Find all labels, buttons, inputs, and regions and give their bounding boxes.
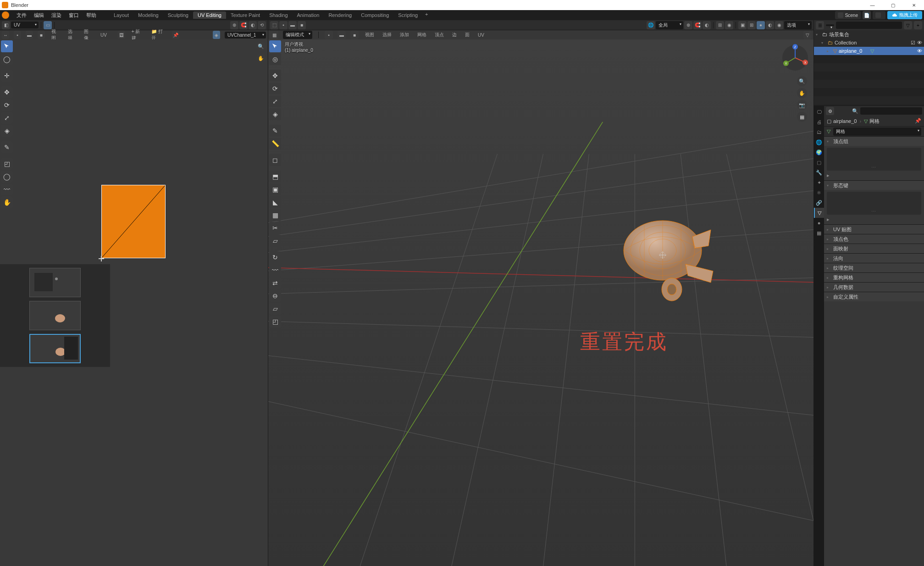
vp-pan-button[interactable]: ✋ — [797, 88, 807, 98]
tool-rotate[interactable]: ⟳ — [1, 99, 13, 111]
vtool-polybuild[interactable]: ▱ — [269, 235, 281, 247]
minimize-button[interactable]: — — [862, 0, 883, 10]
uv-face-mode[interactable]: ■ — [38, 31, 45, 39]
properties-editor-type[interactable]: ⚙ — [826, 107, 834, 115]
tool-move[interactable]: ✥ — [1, 86, 13, 98]
tool-scale[interactable]: ⤢ — [1, 112, 13, 124]
uv-island[interactable] — [101, 185, 166, 258]
vp-xray-toggle[interactable]: ▣ — [738, 21, 747, 29]
outliner-tree[interactable]: ▾ 🗀 场景集合 ▾ 🗀 Collection ☑ 👁 ▸ ▽ airplane… — [814, 30, 924, 105]
menu-edit[interactable]: 编辑 — [30, 11, 48, 20]
section-header-texture-space[interactable]: ▸纹理空间 — [824, 263, 924, 272]
section-header-vertex-groups[interactable]: ▾顶点组 — [824, 137, 924, 146]
vtool-transform[interactable]: ◈ — [269, 108, 281, 120]
vp-shade-material[interactable]: ◐ — [766, 21, 774, 29]
uv-select-button[interactable]: ▭ — [44, 21, 52, 29]
history-thumbnail-1[interactable] — [29, 268, 81, 297]
menu-file[interactable]: 文件 — [13, 11, 30, 20]
vp-zoom-button[interactable]: 🔍 — [797, 76, 807, 86]
vtool-extrude[interactable]: ⬒ — [269, 171, 281, 183]
collection-checkbox[interactable]: ☑ — [911, 40, 915, 46]
vp-menu-add[interactable]: 添加 — [398, 32, 411, 38]
vtool-annotate[interactable]: ✎ — [269, 125, 281, 137]
vtool-move[interactable]: ✥ — [269, 70, 281, 82]
maximize-button[interactable]: ▢ — [883, 0, 903, 10]
uv-menu-uv[interactable]: UV — [99, 33, 109, 38]
workspace-rendering[interactable]: Rendering — [324, 11, 356, 19]
vp-mode-icon[interactable]: ▦ — [270, 31, 278, 39]
viewport-canvas[interactable]: ◎ ✥ ⟳ ⤢ ◈ ✎ 📏 ◻ ⬒ ▣ ◣ ▦ ✂ ▱ ↻ 〰 — [268, 39, 813, 566]
vp-options-dropdown[interactable]: 选项 — [784, 21, 812, 29]
workspace-modeling[interactable]: Modeling — [133, 11, 163, 19]
vp-snap-button[interactable]: 🧲 — [693, 21, 702, 29]
tool-annotate[interactable]: ✎ — [1, 141, 13, 153]
uvmap-icon[interactable]: ◈ — [213, 31, 220, 39]
vp-menu-mesh[interactable]: 网格 — [415, 32, 428, 38]
scene-selector[interactable]: Scene — [835, 11, 861, 19]
workspace-shading[interactable]: Shading — [265, 11, 292, 19]
vtool-smooth[interactable]: 〰 — [269, 264, 281, 276]
tool-grab[interactable]: ◯ — [1, 171, 13, 183]
vp-mode-edge[interactable]: ▬ — [288, 21, 297, 29]
vtool-spin[interactable]: ↻ — [269, 251, 281, 263]
mesh-name-field[interactable]: 网格 — [833, 128, 921, 136]
ptab-modifier[interactable]: 🔧 — [814, 167, 824, 178]
vp-falloff-button[interactable]: ◐ — [703, 21, 711, 29]
vtool-shear[interactable]: ▱ — [269, 303, 281, 315]
ptab-material[interactable]: ● — [814, 218, 824, 228]
history-thumbnail-2[interactable] — [29, 301, 81, 330]
viewlayer-selector[interactable] — [873, 11, 885, 19]
vp-menu-face[interactable]: 面 — [463, 32, 471, 38]
workspace-compositing[interactable]: Compositing — [356, 11, 393, 19]
vp-camera-button[interactable]: 📷 — [797, 100, 807, 110]
vtool-loopcut[interactable]: ▦ — [269, 209, 281, 221]
blender-logo-icon[interactable] — [2, 11, 9, 19]
new-scene-button[interactable]: 📄 — [863, 11, 871, 19]
tool-rip[interactable]: ◰ — [1, 158, 13, 170]
section-header-custom-props[interactable]: ▸自定义属性 — [824, 292, 924, 301]
outliner-object-airplane[interactable]: ▸ ▽ airplane_0 ▽ 👁 — [814, 47, 924, 55]
outliner-scene-collection[interactable]: ▾ 🗀 场景集合 — [814, 30, 924, 39]
properties-search-input[interactable] — [860, 107, 922, 115]
ptab-physics[interactable]: ⚛ — [814, 188, 824, 198]
vp-orientation-dropdown[interactable]: 全局 — [656, 21, 683, 29]
tool-transform[interactable]: ◈ — [1, 125, 13, 137]
viewport-editor-type-selector[interactable]: ⬚ — [270, 21, 278, 29]
vp-shade-rendered[interactable]: ◉ — [775, 21, 783, 29]
vtool-add-cube[interactable]: ◻ — [269, 154, 281, 166]
vp-menu-view[interactable]: 视图 — [363, 32, 376, 38]
history-thumbnail-3[interactable] — [29, 334, 81, 363]
vp-menu-select[interactable]: 选择 — [381, 32, 393, 38]
disclosure-triangle-icon[interactable]: ▾ — [821, 41, 826, 45]
airplane-model[interactable] — [617, 214, 718, 305]
collection-visibility-icon[interactable]: 👁 — [917, 40, 922, 45]
tool-relax[interactable]: 〰 — [1, 183, 13, 195]
vtool-knife[interactable]: ✂ — [269, 222, 281, 234]
outliner-display-mode[interactable] — [826, 24, 834, 26]
vp-select-edge[interactable]: ▬ — [338, 31, 346, 39]
ptab-mesh-data[interactable]: ▽ — [814, 208, 824, 218]
upload-button[interactable]: 拖拽上传 — [887, 11, 922, 19]
vp-select-vertex[interactable]: ▪ — [325, 31, 333, 39]
vp-orientation-icon[interactable]: 🌐 — [647, 21, 655, 29]
tool-select-circle[interactable]: ◯ — [1, 53, 13, 65]
ptab-constraint[interactable]: 🔗 — [814, 198, 824, 208]
shape-keys-list[interactable]: ⋯ — [827, 192, 921, 215]
vp-gizmo-toggle[interactable]: ⊞ — [716, 21, 724, 29]
menu-window[interactable]: 窗口 — [65, 11, 83, 20]
ptab-output[interactable]: 🖨 — [814, 117, 824, 127]
uv-pan-button[interactable]: ✋ — [256, 53, 266, 63]
outliner-collection[interactable]: ▾ 🗀 Collection ☑ 👁 — [814, 39, 924, 47]
uv-falloff-button[interactable]: ◐ — [249, 21, 257, 29]
vp-shade-solid[interactable]: ● — [757, 21, 765, 29]
disclosure-triangle-icon[interactable]: ▾ — [816, 33, 820, 37]
ptab-object[interactable]: ▢ — [814, 157, 824, 167]
axis-gizmo[interactable]: Z X Y — [781, 44, 809, 72]
outliner-filter-button[interactable]: ▽ — [904, 21, 912, 29]
uv-sync-button[interactable]: ⟲ — [258, 21, 266, 29]
workspace-animation[interactable]: Animation — [293, 11, 324, 19]
vertex-groups-list[interactable]: ⋯ — [827, 148, 921, 171]
uv-canvas[interactable]: ◯ ✛ ✥ ⟳ ⤢ ◈ ✎ ◰ ◯ 〰 ✋ 🔍 ✋ — [0, 39, 268, 566]
vtool-cursor[interactable]: ◎ — [269, 53, 281, 65]
workspace-uv-editing[interactable]: UV Editing — [193, 11, 226, 19]
